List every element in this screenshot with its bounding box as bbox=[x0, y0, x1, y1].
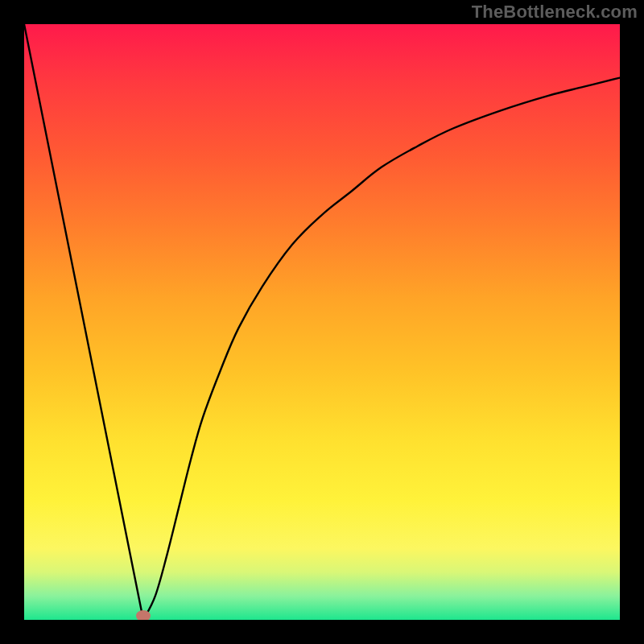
plot-area bbox=[24, 24, 620, 620]
curve-svg bbox=[24, 24, 620, 620]
chart-frame: TheBottleneck.com bbox=[0, 0, 644, 644]
watermark-text: TheBottleneck.com bbox=[472, 2, 638, 23]
bottleneck-curve bbox=[24, 24, 620, 620]
